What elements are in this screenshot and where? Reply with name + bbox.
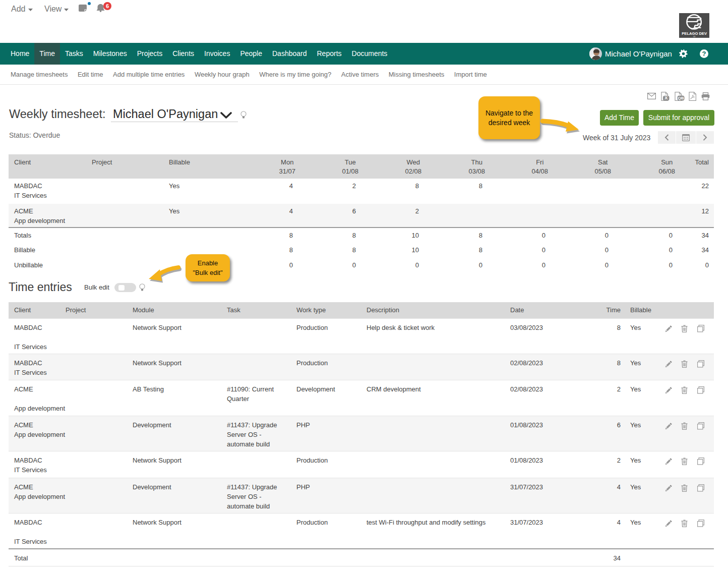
svg-text:X: X [664,95,668,100]
svg-text:PELAGO DEV: PELAGO DEV [682,31,707,36]
svg-text:SM: SM [693,36,696,38]
svg-text:QB: QB [678,96,684,100]
